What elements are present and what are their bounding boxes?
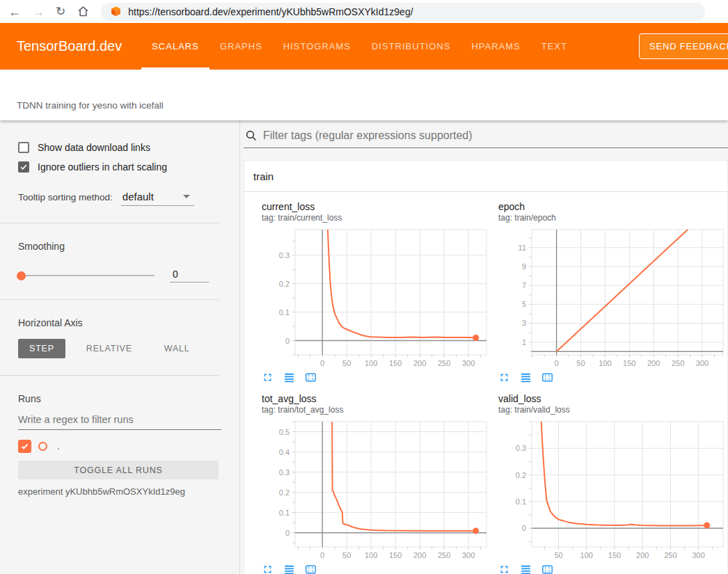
svg-text:100: 100	[365, 359, 377, 367]
search-icon	[245, 129, 258, 142]
toggle-all-runs-button[interactable]: TOGGLE ALL RUNS	[18, 461, 219, 479]
svg-text:50: 50	[342, 359, 351, 367]
expand-chart-icon[interactable]	[262, 372, 274, 383]
tooltip-sort-value: default	[122, 191, 154, 202]
axis-option-wall[interactable]: WALL	[153, 339, 201, 358]
app-header: TensorBoard.dev SCALARSGRAPHSHISTOGRAMSD…	[0, 23, 728, 70]
full-width-icon[interactable]	[283, 372, 295, 383]
ignore-outliers-checkbox[interactable]: Ignore outliers in chart scaling	[18, 161, 239, 173]
chart-plot-area[interactable]: 5010015020025030000.10.20.3	[498, 418, 728, 561]
slider-knob[interactable]	[17, 271, 26, 280]
chart-actions	[262, 564, 491, 574]
svg-text:0.1: 0.1	[279, 509, 290, 517]
smoothing-slider[interactable]	[18, 275, 155, 276]
run-checkbox[interactable]	[18, 440, 31, 453]
svg-text:200: 200	[413, 551, 426, 559]
smoothing-value[interactable]: 0	[170, 269, 209, 282]
scalar-chart-card: valid_loss tag: train/valid_loss 5010015…	[498, 393, 728, 574]
svg-text:0.2: 0.2	[279, 280, 290, 288]
divider	[0, 299, 219, 300]
svg-text:300: 300	[462, 551, 475, 559]
svg-text:1: 1	[522, 338, 526, 346]
full-width-icon[interactable]	[520, 564, 532, 574]
run-filter-input[interactable]	[18, 413, 221, 430]
tab-graphs[interactable]: GRAPHS	[209, 23, 273, 70]
show-download-links-checkbox[interactable]: Show data download links	[18, 142, 239, 153]
divider	[0, 223, 219, 223]
axis-option-step[interactable]: STEP	[18, 339, 65, 358]
tooltip-sort-row: Tooltip sorting method: default	[18, 191, 239, 206]
chart-plot-area[interactable]: 05010015020025030000.10.20.30.40.5	[262, 418, 491, 561]
full-width-icon[interactable]	[283, 564, 295, 574]
checkbox-label: Ignore outliers in chart scaling	[38, 161, 167, 173]
browser-home-button[interactable]	[77, 5, 90, 18]
app-logo: TensorBoard.dev	[17, 38, 122, 54]
fit-domain-icon[interactable]	[305, 372, 317, 383]
tensorboard-favicon-icon	[111, 6, 121, 17]
scalar-chart-card: epoch tag: train/epoch 05010015020025030…	[498, 201, 728, 383]
expand-chart-icon[interactable]	[498, 564, 510, 574]
svg-text:200: 200	[413, 359, 426, 367]
svg-text:100: 100	[580, 551, 593, 559]
axis-option-relative[interactable]: RELATIVE	[75, 339, 143, 358]
tab-distributions[interactable]: DISTRIBUTIONS	[361, 23, 461, 70]
expand-chart-icon[interactable]	[262, 564, 274, 574]
checkbox-label: Show data download links	[38, 142, 150, 153]
fit-domain-icon[interactable]	[541, 564, 553, 574]
charts-grid: current_loss tag: train/current_loss 050…	[244, 192, 727, 574]
svg-text:3: 3	[522, 319, 526, 327]
chart-plot-area[interactable]: 0501001502002503001357911	[498, 226, 728, 369]
chart-tag: tag: train/epoch	[498, 213, 728, 223]
check-icon	[20, 442, 29, 451]
home-icon	[77, 5, 90, 18]
svg-text:250: 250	[672, 359, 684, 367]
run-row[interactable]: .	[18, 440, 239, 453]
tag-group-header[interactable]: train	[244, 161, 727, 192]
svg-text:150: 150	[389, 551, 402, 559]
svg-text:0.3: 0.3	[279, 251, 290, 260]
scalar-chart-card: tot_avg_loss tag: train/tot_avg_loss 050…	[262, 393, 491, 574]
sidebar: Show data download links Ignore outliers…	[0, 120, 240, 574]
checkbox-checked-icon	[18, 161, 29, 173]
screen: ← → ↻ https://tensorboard.dev/experiment…	[0, 0, 728, 574]
tooltip-sort-dropdown[interactable]: default	[121, 191, 194, 206]
expand-chart-icon[interactable]	[498, 372, 510, 383]
svg-text:250: 250	[438, 359, 450, 367]
nav-tabs: SCALARSGRAPHSHISTOGRAMSDISTRIBUTIONSHPAR…	[141, 23, 578, 70]
browser-reload-button[interactable]: ↻	[56, 6, 65, 17]
main-panel: train current_loss tag: train/current_lo…	[240, 120, 728, 574]
smoothing-row: 0	[18, 269, 239, 282]
tab-histograms[interactable]: HISTOGRAMS	[273, 23, 361, 70]
svg-text:0: 0	[522, 524, 526, 532]
fit-domain-icon[interactable]	[541, 372, 553, 383]
horizontal-axis-options: STEPRELATIVEWALL	[18, 339, 239, 358]
full-width-icon[interactable]	[520, 372, 532, 383]
send-feedback-button[interactable]: SEND FEEDBACK	[639, 33, 728, 59]
tab-scalars[interactable]: SCALARS	[141, 23, 209, 70]
svg-text:0.1: 0.1	[279, 308, 290, 317]
tab-hparams[interactable]: HPARAMS	[461, 23, 530, 70]
svg-text:11: 11	[519, 244, 526, 252]
chart-actions	[498, 372, 728, 383]
svg-text:150: 150	[623, 359, 635, 367]
fit-domain-icon[interactable]	[305, 564, 317, 574]
address-bar[interactable]: https://tensorboard.dev/experiment/yKUbh…	[101, 3, 705, 21]
tag-group-name: train	[253, 170, 274, 182]
checkbox-unchecked-icon	[18, 142, 29, 153]
url-text: https://tensorboard.dev/experiment/yKUbh…	[128, 6, 413, 17]
horizontal-axis-label: Horizontal Axis	[18, 317, 239, 328]
chart-tag: tag: train/tot_avg_loss	[262, 405, 491, 415]
svg-text:200: 200	[636, 551, 649, 559]
tag-filter-input[interactable]	[263, 129, 728, 142]
tag-group-card: train current_loss tag: train/current_lo…	[244, 160, 728, 574]
experiment-title-bar: TDNN training for yesno with icefall	[0, 70, 728, 120]
tab-text[interactable]: TEXT	[531, 23, 578, 70]
chart-actions	[498, 564, 728, 574]
chart-plot-area[interactable]: 05010015020025030000.10.20.3	[262, 226, 491, 369]
svg-text:300: 300	[692, 551, 704, 559]
chart-tag: tag: train/valid_loss	[498, 405, 728, 415]
browser-forward-button[interactable]: →	[32, 6, 45, 18]
svg-text:0.2: 0.2	[516, 471, 526, 479]
browser-back-button[interactable]: ←	[8, 6, 21, 18]
svg-text:250: 250	[438, 551, 450, 559]
